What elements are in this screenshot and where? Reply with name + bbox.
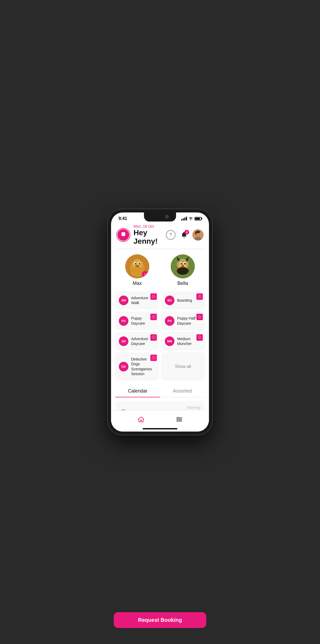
pet-bella[interactable]: Bella	[171, 254, 195, 286]
service-boarding[interactable]: BO Boarding ⓘ	[161, 292, 205, 309]
question-icon: ?	[166, 230, 176, 240]
notch	[144, 212, 176, 222]
pets-section: ✓ Max	[111, 249, 209, 289]
svg-point-20	[135, 263, 136, 265]
service-ad-info[interactable]: ⓘ	[150, 334, 157, 341]
service-dd-info[interactable]: ⓘ	[150, 355, 157, 361]
pet-max-name: Max	[133, 281, 142, 286]
service-ph-badge: PH	[165, 316, 174, 326]
service-bo-name: Boarding	[177, 298, 192, 303]
service-ad-badge: AD	[119, 336, 128, 346]
service-pd-info[interactable]: ⓘ	[150, 314, 157, 320]
service-bo-badge: BO	[165, 296, 174, 305]
header-greeting: Hey Jenny!	[134, 228, 162, 246]
wifi-icon	[188, 216, 193, 221]
pet-bella-name: Bella	[177, 281, 188, 286]
svg-point-46	[177, 417, 178, 418]
service-adventure-walk[interactable]: AW Adventure Walk ⓘ	[115, 292, 159, 309]
home-indicator	[143, 428, 177, 429]
service-ph-info[interactable]: ⓘ	[196, 314, 203, 320]
tab-assorted[interactable]: Assorted	[160, 385, 205, 397]
services-grid: AW Adventure Walk ⓘ BO Boarding ⓘ PD Pup…	[111, 289, 209, 383]
service-puppy-half[interactable]: PH Puppy Half Daycare ⓘ	[161, 312, 205, 329]
pet-max-avatar: ✓	[125, 254, 149, 278]
service-mm-badge: MM	[165, 336, 174, 346]
svg-point-47	[179, 419, 181, 420]
nav-settings[interactable]	[176, 416, 183, 423]
scroll-content: K9 Mon, 16 Oct Hey Jenny!	[111, 222, 209, 432]
home-icon	[137, 416, 145, 423]
tab-calendar[interactable]: Calendar	[115, 385, 160, 397]
notifications-button[interactable]: 4	[179, 230, 189, 240]
status-icons	[181, 216, 201, 221]
battery-icon	[195, 217, 201, 220]
pet-bella-avatar	[171, 254, 195, 278]
header-date: Mon, 16 Oct	[134, 224, 162, 228]
camera	[165, 215, 169, 218]
signal-icon	[181, 217, 187, 220]
app-logo: K9	[116, 228, 130, 242]
service-aw-badge: AW	[119, 296, 128, 305]
pet-max[interactable]: ✓ Max	[125, 254, 149, 286]
svg-point-36	[184, 263, 186, 265]
svg-point-42	[177, 267, 189, 275]
service-aw-info[interactable]: ⓘ	[150, 293, 157, 300]
status-time: 9:41	[119, 216, 127, 221]
svg-point-48	[178, 420, 179, 422]
notification-badge: 4	[184, 230, 189, 235]
service-medium-muncher[interactable]: MM Medium Muncher ⓘ	[161, 332, 205, 350]
service-detective-dogs[interactable]: DD Detective Dogs Scentgames Session ⓘ	[115, 353, 159, 380]
service-pd-badge: PD	[119, 316, 128, 326]
svg-point-21	[139, 263, 140, 265]
user-avatar[interactable]	[192, 229, 204, 240]
app-header: K9 Mon, 16 Oct Hey Jenny!	[111, 222, 209, 249]
service-dd-badge: DD	[119, 362, 128, 371]
svg-point-11	[195, 231, 197, 235]
header-text: Mon, 16 Oct Hey Jenny!	[134, 224, 162, 246]
help-button[interactable]: ?	[166, 230, 176, 240]
service-mm-info[interactable]: ⓘ	[196, 334, 203, 341]
pet-max-check: ✓	[142, 271, 148, 277]
service-bo-info[interactable]: ⓘ	[196, 293, 203, 300]
show-all-label: Show all	[175, 364, 191, 369]
nav-home[interactable]	[137, 416, 145, 423]
slot-morning: Morning	[187, 405, 200, 410]
svg-point-35	[180, 263, 182, 265]
show-all-button[interactable]: Show all	[161, 353, 205, 380]
view-tabs: Calendar Assorted	[115, 385, 205, 397]
service-puppy-daycare[interactable]: PD Puppy Daycare ⓘ	[115, 312, 159, 329]
service-adventure-daycare[interactable]: AD Adventure Daycare ⓘ	[115, 332, 159, 350]
sliders-icon	[176, 416, 183, 423]
header-actions: ? 4	[166, 229, 204, 240]
